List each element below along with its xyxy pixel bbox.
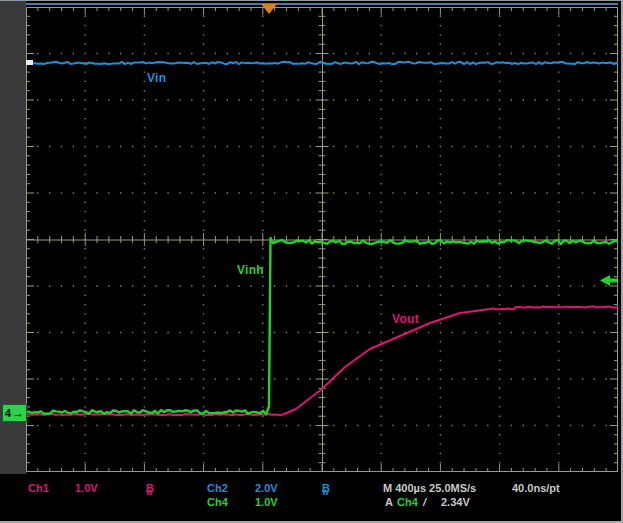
trigger-source-readout: Ch4 (397, 496, 418, 508)
vin-trace-label: Vin (147, 71, 166, 85)
trigger-slope-icon: / (423, 496, 426, 508)
bw-letter: B (146, 482, 154, 494)
ch2-scale: 2.0V (255, 482, 278, 494)
trigger-level-readout: 2.34V (441, 496, 470, 508)
ch4-reference-marker[interactable]: 4 → (2, 404, 27, 422)
trigger-mode-readout: A (385, 496, 393, 508)
ch4-reference-number: 4 (5, 407, 11, 419)
ch4-label: Ch4 (207, 496, 228, 508)
ch4-scale: 1.0V (255, 496, 278, 508)
ch2-bandwidth-badge: BW (322, 482, 329, 496)
vout-trace-label: Vout (392, 312, 419, 326)
acquisition-top-line (26, 3, 618, 5)
ch1-label: Ch1 (28, 482, 49, 494)
oscilloscope-screen: Vin Vinh Vout 4 → Ch1 1.0V BW Ch2 2.0V B… (0, 0, 623, 523)
graticule-area (26, 7, 618, 472)
ch1-bandwidth-badge: BW (146, 482, 153, 496)
ch2-label: Ch2 (207, 482, 228, 494)
bw-letter: B (322, 482, 330, 494)
ch1-scale: 1.0V (75, 482, 98, 494)
vinh-trace-label: Vinh (237, 263, 264, 277)
right-arrow-icon: → (12, 408, 24, 418)
vin-edge-tick (26, 60, 33, 65)
resolution-readout: 40.0ns/pt (512, 482, 560, 494)
timebase-readout: M 400µs 25.0MS/s (383, 482, 476, 494)
waveform-plot (26, 7, 618, 472)
